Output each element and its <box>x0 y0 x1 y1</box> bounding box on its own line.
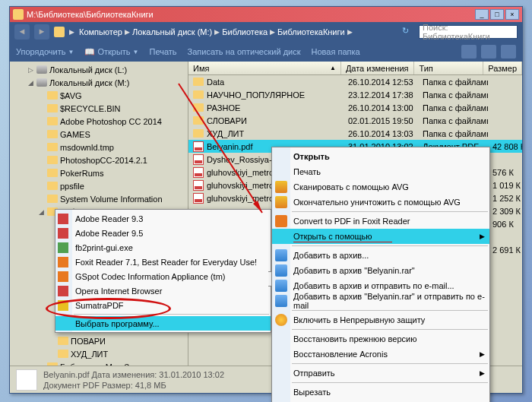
openwith-submenu[interactable]: Adobe Reader 9.3Adobe Reader 9.5fb2print… <box>55 209 271 333</box>
folder-icon <box>193 116 204 125</box>
tree-item[interactable]: ppsfile <box>10 179 188 192</box>
list-header: Имя ▲ Дата изменения Тип Размер <box>188 62 522 75</box>
folder-icon <box>47 130 58 138</box>
pdf-icon <box>193 141 204 152</box>
list-row[interactable]: СЛОВАРИ02.01.2015 19:50Папка с файлами <box>188 114 522 127</box>
ctx-protect[interactable]: Включить в Непрерывную защиту <box>272 312 489 328</box>
preview-button[interactable] <box>481 45 496 59</box>
ctx-print[interactable]: Печать <box>272 164 489 179</box>
list-row[interactable]: ХУД_ЛИТ26.10.2014 13:03Папка с файлами <box>188 127 522 140</box>
ctx-kill-avg[interactable]: Окончательно уничтожить с помощью AVG <box>272 195 489 210</box>
archive-icon <box>275 295 287 307</box>
column-date[interactable]: Дата изменения <box>341 62 415 74</box>
chevron-right-icon: ▶ <box>69 28 74 36</box>
tree-item[interactable]: msdownld.tmp <box>10 141 188 154</box>
app-icon <box>58 228 68 239</box>
openwith-item[interactable]: SumatraPDF <box>55 298 271 312</box>
ctx-add-archive[interactable]: Добавить в архив... <box>272 248 489 263</box>
tree-item[interactable]: $AVG <box>10 89 188 102</box>
refresh-button[interactable]: ↻ <box>402 26 414 38</box>
breadcrumb-item[interactable]: БиблиотекаКниги <box>277 27 345 36</box>
titlebar[interactable]: M:\Библиотека\БиблиотекаКниги _ □ × <box>10 7 522 22</box>
folder-icon <box>47 143 58 151</box>
folder-icon <box>13 9 24 20</box>
forward-button[interactable]: ► <box>34 24 49 40</box>
pdf-icon <box>193 193 204 204</box>
ctx-scan-avg[interactable]: Сканировать с помощью AVG <box>272 179 489 195</box>
tree-item[interactable]: ▷Локальный диск (L:) <box>10 63 188 76</box>
maximize-button[interactable]: □ <box>490 9 504 20</box>
openwith-item[interactable]: Adobe Reader 9.3 <box>55 211 271 226</box>
newfolder-button[interactable]: Новая папка <box>312 47 360 56</box>
close-button[interactable]: × <box>505 9 519 20</box>
tree-item[interactable]: PhotoshopCC-2014.2.1 <box>10 154 188 166</box>
pdf-icon <box>193 180 204 191</box>
ctx-openwith[interactable]: Открыть с помощью▶ <box>272 229 489 244</box>
context-menu[interactable]: Открыть Печать Сканировать с помощью AVG… <box>271 147 490 402</box>
column-name[interactable]: Имя ▲ <box>188 62 341 74</box>
pdf-icon <box>193 167 204 178</box>
address-bar: ◄ ► ▶ Компьютер▶ Локальный диск (M:)▶ Би… <box>10 22 522 42</box>
back-button[interactable]: ◄ <box>14 24 30 40</box>
openwith-item[interactable]: GSpot Codec Information Appliance (tm) <box>55 269 271 283</box>
app-icon <box>58 300 68 311</box>
folder-icon <box>47 195 58 203</box>
openwith-item[interactable]: fb2print-gui.exe <box>55 240 271 255</box>
open-menu[interactable]: 📖 Открыть ▼ <box>84 47 138 57</box>
column-type[interactable]: Тип <box>414 62 483 74</box>
openwith-item[interactable]: Adobe Reader 9.5 <box>55 226 271 240</box>
shield-icon <box>275 314 287 326</box>
openwith-item[interactable]: Foxit Reader 7.1, Best Reader for Everyd… <box>55 255 271 269</box>
ctx-sendto[interactable]: Отправить▶ <box>272 366 489 381</box>
tree-item[interactable]: БиблиотекаМое Здоровье <box>10 360 188 366</box>
drive-icon <box>36 78 47 87</box>
breadcrumb-item[interactable]: Локальный диск (M:) <box>132 27 212 36</box>
view-button[interactable] <box>461 45 477 59</box>
folder-icon <box>47 182 58 190</box>
list-row[interactable]: РАЗНОЕ26.10.2014 13:00Папка с файлами <box>188 101 522 114</box>
breadcrumb-item[interactable]: Компьютер <box>79 27 122 36</box>
folder-icon <box>193 78 204 86</box>
folder-icon <box>47 91 58 100</box>
app-icon <box>58 286 68 296</box>
ctx-open[interactable]: Открыть <box>272 149 489 164</box>
tree-item[interactable]: ◢Локальный диск (M:) <box>10 76 188 89</box>
tree-item[interactable]: ПОВАРИ <box>10 334 188 347</box>
folder-icon <box>193 103 204 112</box>
app-icon <box>58 271 68 282</box>
submenu-arrow-icon: ▶ <box>480 233 485 240</box>
folder-icon <box>193 90 204 99</box>
tree-item[interactable]: $RECYCLE.BIN <box>10 102 188 115</box>
list-row[interactable]: НАУЧНО_ПОПУЛЯРНОЕ23.12.2014 17:38Папка с… <box>188 88 522 101</box>
folder-icon <box>193 129 204 138</box>
ctx-add-rar-mail[interactable]: Добавить в архив "Belyanin.rar" и отправ… <box>272 293 489 309</box>
column-size[interactable]: Размер <box>483 62 522 74</box>
help-button[interactable] <box>501 45 516 59</box>
tree-item[interactable]: Adobe Photoshop CC 2014 <box>10 115 188 128</box>
burn-button[interactable]: Записать на оптический диск <box>188 47 301 56</box>
command-bar: Упорядочить ▼ 📖 Открыть ▼ Печать Записат… <box>10 42 522 62</box>
ctx-add-mail[interactable]: Добавить в архив и отправить по e-mail..… <box>272 278 489 293</box>
tree-item[interactable]: System Volume Information <box>10 192 188 205</box>
folder-icon <box>47 156 58 164</box>
ctx-convert-pdf[interactable]: Convert to PDF in Foxit Reader <box>272 214 489 229</box>
organize-menu[interactable]: Упорядочить ▼ <box>16 47 74 56</box>
tree-item[interactable]: GAMES <box>10 128 188 141</box>
archive-icon <box>275 280 287 292</box>
status-line2: Документ PDF Размер: 41,8 МБ <box>43 380 224 391</box>
breadcrumb-item[interactable]: Библиотека <box>222 27 268 36</box>
openwith-item[interactable]: Opera Internet Browser <box>55 283 271 298</box>
ctx-restore[interactable]: Восстановить прежнюю версию <box>272 331 489 347</box>
minimize-button[interactable]: _ <box>475 9 489 20</box>
search-input[interactable]: Поиск: БиблиотекаКниги <box>419 25 518 39</box>
ctx-acronis[interactable]: Восстановление Acronis▶ <box>272 347 489 362</box>
tree-item[interactable]: ХУД_ЛИТ <box>10 347 188 360</box>
list-row[interactable]: Data26.10.2014 12:53Папка с файлами <box>188 75 522 88</box>
tree-item[interactable]: PokerRums <box>10 166 188 179</box>
ctx-cut[interactable]: Вырезать <box>272 385 489 400</box>
folder-icon <box>54 27 65 37</box>
print-button[interactable]: Печать <box>150 47 177 56</box>
app-icon <box>58 257 68 267</box>
ctx-add-rar[interactable]: Добавить в архив "Belyanin.rar" <box>272 263 489 278</box>
openwith-item[interactable]: Выбрать программу... <box>55 316 271 331</box>
